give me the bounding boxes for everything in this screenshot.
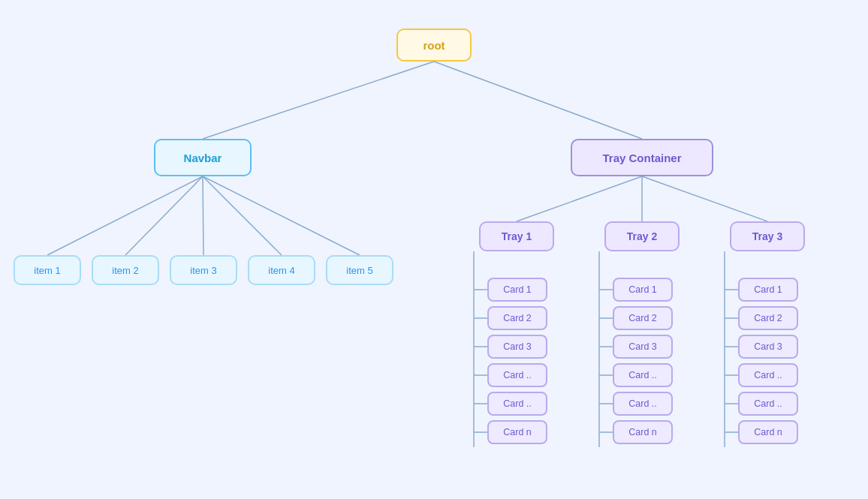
- tray2-card-1-label: Card 1: [628, 284, 657, 295]
- nav-item-5-label: item 5: [346, 265, 372, 276]
- svg-line-0: [203, 62, 434, 139]
- root-node[interactable]: root: [396, 29, 472, 62]
- tray-2-label: Tray 2: [627, 230, 657, 242]
- tray2-card-4[interactable]: Card ..: [613, 363, 673, 387]
- root-label: root: [423, 39, 445, 52]
- tray1-card-2[interactable]: Card 2: [487, 306, 547, 330]
- nav-item-4[interactable]: item 4: [248, 255, 315, 285]
- tray3-card-1[interactable]: Card 1: [738, 278, 798, 302]
- tray-container-label: Tray Container: [602, 152, 681, 164]
- tray1-card-2-label: Card 2: [503, 313, 532, 323]
- tray2-card-3-label: Card 3: [628, 341, 657, 352]
- svg-line-2: [47, 176, 203, 255]
- nav-item-3[interactable]: item 3: [170, 255, 237, 285]
- navbar-label: Navbar: [184, 152, 222, 164]
- tray-2-node[interactable]: Tray 2: [604, 221, 680, 251]
- tray2-card-n-label: Card n: [628, 427, 657, 437]
- tray2-card-5[interactable]: Card ..: [613, 392, 673, 416]
- tray1-card-4[interactable]: Card ..: [487, 363, 547, 387]
- tray3-card-2-label: Card 2: [754, 313, 782, 323]
- tray-1-label: Tray 1: [502, 230, 532, 242]
- tray-3-label: Tray 3: [752, 230, 782, 242]
- tray1-card-3[interactable]: Card 3: [487, 335, 547, 359]
- tray2-card-1[interactable]: Card 1: [613, 278, 673, 302]
- tray3-card-5[interactable]: Card ..: [738, 392, 798, 416]
- tray2-card-n[interactable]: Card n: [613, 420, 673, 444]
- nav-item-4-label: item 4: [268, 265, 294, 276]
- nav-item-5[interactable]: item 5: [326, 255, 393, 285]
- svg-line-9: [642, 176, 767, 221]
- svg-line-6: [203, 176, 360, 255]
- tray1-card-1[interactable]: Card 1: [487, 278, 547, 302]
- tray2-card-4-label: Card ..: [628, 370, 657, 380]
- tray2-card-2[interactable]: Card 2: [613, 306, 673, 330]
- tray2-card-5-label: Card ..: [628, 398, 657, 409]
- diagram: root Navbar Tray Container item 1 item 2…: [0, 0, 868, 499]
- nav-item-2-label: item 2: [112, 265, 138, 276]
- svg-line-4: [203, 176, 203, 255]
- nav-item-1[interactable]: item 1: [14, 255, 81, 285]
- tray3-card-n[interactable]: Card n: [738, 420, 798, 444]
- tray-3-node[interactable]: Tray 3: [730, 221, 805, 251]
- tray1-card-1-label: Card 1: [503, 284, 532, 295]
- tray1-card-n-label: Card n: [503, 427, 532, 437]
- svg-line-3: [125, 176, 203, 255]
- navbar-node[interactable]: Navbar: [154, 139, 252, 176]
- tray-1-node[interactable]: Tray 1: [479, 221, 554, 251]
- nav-item-2[interactable]: item 2: [92, 255, 159, 285]
- tray3-card-5-label: Card ..: [754, 398, 782, 409]
- tray1-card-4-label: Card ..: [503, 370, 532, 380]
- nav-item-3-label: item 3: [190, 265, 216, 276]
- tray-container-node[interactable]: Tray Container: [571, 139, 713, 176]
- tray2-card-3[interactable]: Card 3: [613, 335, 673, 359]
- tray3-card-3-label: Card 3: [754, 341, 782, 352]
- tray3-card-4[interactable]: Card ..: [738, 363, 798, 387]
- tray1-card-5-label: Card ..: [503, 398, 532, 409]
- svg-line-1: [434, 62, 642, 139]
- tray1-card-5[interactable]: Card ..: [487, 392, 547, 416]
- tray3-card-2[interactable]: Card 2: [738, 306, 798, 330]
- tray2-card-2-label: Card 2: [628, 313, 657, 323]
- tray3-card-1-label: Card 1: [754, 284, 782, 295]
- svg-line-7: [517, 176, 642, 221]
- nav-item-1-label: item 1: [34, 265, 60, 276]
- tray3-card-4-label: Card ..: [754, 370, 782, 380]
- svg-line-5: [203, 176, 282, 255]
- tray3-card-n-label: Card n: [754, 427, 782, 437]
- tray3-card-3[interactable]: Card 3: [738, 335, 798, 359]
- tray1-card-3-label: Card 3: [503, 341, 532, 352]
- tray1-card-n[interactable]: Card n: [487, 420, 547, 444]
